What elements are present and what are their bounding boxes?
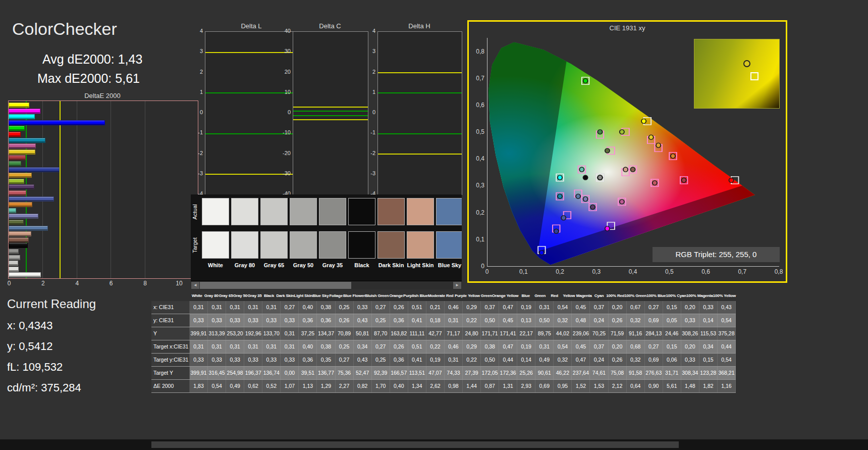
chart-title: DeltaE 2000 (7, 92, 198, 99)
axis-tick-label: 0,5 (470, 128, 484, 135)
table-row: ΔE 20001,830,540,490,620,521,071,131,292… (151, 380, 736, 393)
patch-strip-scrollbar[interactable]: ◄ ► (191, 281, 462, 289)
cie-measured-point (583, 196, 587, 201)
cie-measured-point (561, 216, 566, 220)
delta-h-plot-area (377, 31, 462, 195)
actual-patch-swatch (407, 198, 434, 225)
cie-measured-point (620, 130, 624, 134)
table-cell: 1,82 (699, 380, 718, 392)
table-cell: 0,26 (609, 314, 627, 327)
deltae-bar (9, 114, 35, 119)
deltae-bar (9, 167, 60, 172)
table-cell: 0,20 (609, 340, 627, 353)
cie-measured-point (630, 167, 635, 172)
table-cell: 0,27 (372, 340, 390, 353)
column-header: 100% Magenta (686, 291, 713, 301)
table-cell: 0,47 (499, 340, 517, 353)
deltae2000-bar-chart[interactable]: DeltaE 2000 0246810 (7, 92, 200, 296)
table-cell: 0,33 (281, 354, 299, 366)
column-header: Yellow Green (468, 291, 492, 301)
table-cell: 0,68 (627, 340, 645, 353)
bottom-scrollbar-thumb[interactable] (151, 441, 679, 448)
actual-patch-swatch (290, 198, 317, 225)
table-cell: 0,34 (699, 340, 718, 353)
bar-chart-gridline (145, 101, 145, 278)
deltae-bar (9, 120, 105, 125)
table-cell: 1,31 (499, 380, 517, 392)
patch-name-label: Dark Skin (374, 262, 408, 268)
axis-tick-label: 0,7 (735, 268, 749, 275)
table-cell: 0,87 (481, 380, 499, 392)
table-cell: 0,29 (463, 301, 481, 314)
cie-measured-point (671, 154, 675, 158)
table-cell: 0,27 (645, 301, 663, 314)
axis-tick-label: -10 (276, 129, 291, 135)
deltae-bar (9, 231, 31, 236)
scrollbar-thumb[interactable] (200, 282, 351, 289)
reading-y-label: y: (7, 340, 16, 353)
target-patch-swatch (436, 231, 462, 259)
current-reading-block: Current Reading x: 0,4343 y: 0,5412 fL: … (7, 297, 148, 402)
axis-tick-label: -30 (276, 170, 291, 176)
cie-measured-point (576, 194, 580, 198)
table-cell: 0,43 (718, 301, 736, 314)
table-cell: 0,31 (262, 301, 281, 314)
reading-cdm2-value: 375,284 (41, 381, 81, 394)
table-cell: 50,81 (354, 327, 372, 340)
bar-chart-gridline (111, 101, 111, 278)
table-cell: 0,40 (299, 301, 317, 314)
axis-tick-label: 0,3 (470, 182, 484, 189)
cie-measured-point (590, 205, 595, 209)
table-cell: 0,31 (226, 301, 244, 314)
column-header: Blue Flower (343, 291, 365, 301)
table-cell: 90,61 (535, 367, 554, 379)
table-cell: 0,38 (317, 301, 335, 314)
deltae-bar (9, 208, 16, 213)
table-cell: 71,17 (445, 327, 463, 340)
table-cell: 0,44 (499, 354, 517, 366)
table-cell: 0,32 (627, 354, 645, 366)
table-cell: 0,69 (645, 314, 663, 327)
bar-chart-gridline (77, 101, 77, 278)
table-cell: 0,31 (208, 340, 226, 353)
delta-h-chart[interactable]: Delta H 43210-1-2-3-4 (360, 22, 465, 207)
patch-comparison-strip[interactable]: Actual Target WhiteGray 80Gray 65Gray 50… (191, 194, 462, 289)
deltae-bar (9, 243, 28, 248)
table-cell: 52,47 (354, 367, 372, 379)
table-cell: 399,91 (190, 327, 208, 340)
deltae-bar (9, 132, 21, 137)
axis-tick-label: 4 (188, 28, 203, 34)
reference-line (293, 119, 368, 120)
bar-chart-gridline (42, 101, 43, 278)
table-cell: 91,58 (627, 367, 645, 379)
patch-name-label: Black (345, 262, 378, 268)
table-cell: 0,31 (535, 301, 554, 314)
column-header: Purplish Blue (403, 291, 428, 301)
table-cell: 0,20 (681, 301, 699, 314)
cie-1931-panel[interactable]: CIE 1931 xy (467, 20, 787, 283)
axis-tick-label: 0,8 (470, 48, 484, 55)
scroll-left-arrow-icon[interactable]: ◄ (191, 282, 199, 289)
bottom-scrollbar[interactable] (0, 439, 868, 450)
axis-tick-label: 1 (360, 89, 375, 95)
table-cell: 0,31 (281, 327, 299, 340)
deltae-bar (9, 109, 40, 114)
table-cell: 0,40 (299, 340, 317, 353)
table-cell: 0,24 (590, 314, 608, 327)
table-row: Target y:CIE310,330,330,330,330,330,330,… (151, 354, 736, 367)
scroll-right-arrow-icon[interactable]: ► (453, 282, 461, 289)
deltae-bar (9, 155, 26, 160)
table-cell: 308,34 (681, 367, 699, 379)
table-cell: 0,67 (627, 301, 645, 314)
deltae-bar (9, 202, 32, 207)
table-cell: 0,15 (663, 301, 681, 314)
table-cell: 113,51 (408, 367, 426, 379)
axis-tick-label: 10 (276, 89, 291, 95)
table-cell: 0,45 (572, 301, 590, 314)
axis-tick-label: 0,8 (772, 268, 786, 275)
table-row: Target x:CIE310,310,310,310,310,310,310,… (151, 340, 736, 354)
table-cell: 0,49 (535, 354, 554, 366)
table-cell: 0,25 (372, 314, 390, 327)
table-cell: 0,27 (336, 354, 354, 366)
delta-c-chart[interactable]: Delta C 403020100-10-20-30-40 (276, 22, 371, 207)
